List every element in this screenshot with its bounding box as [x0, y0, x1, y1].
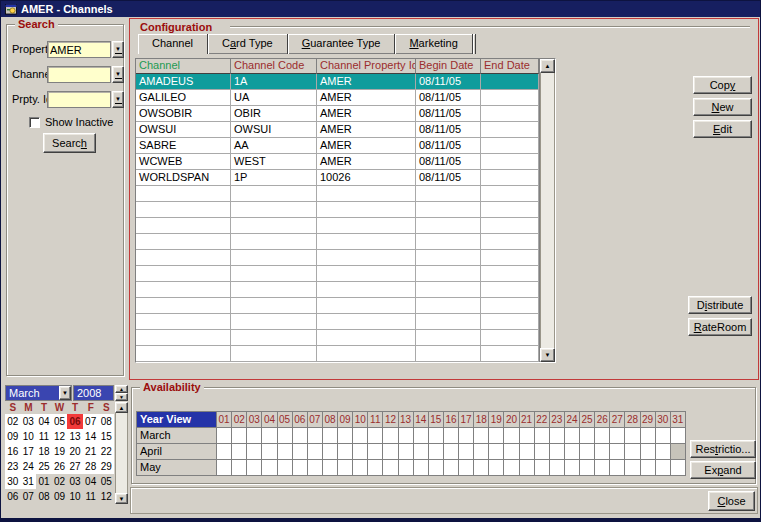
availability-cell[interactable]	[399, 444, 414, 460]
calendar-day[interactable]: 06	[5, 489, 21, 504]
availability-cell[interactable]	[459, 428, 474, 444]
availability-cell[interactable]	[308, 444, 323, 460]
tab-marketing[interactable]: Marketing	[395, 34, 472, 54]
calendar-day[interactable]: 05	[52, 414, 68, 429]
table-row[interactable]: WCWEBWESTAMER08/11/05	[136, 154, 539, 170]
scrollbar-track[interactable]	[115, 413, 128, 493]
availability-cell[interactable]	[247, 444, 262, 460]
availability-cell[interactable]	[610, 444, 625, 460]
availability-cell[interactable]	[550, 460, 565, 476]
availability-cell[interactable]	[565, 460, 580, 476]
tab-guarantee-type[interactable]: Guarantee Type	[288, 34, 396, 54]
availability-cell[interactable]	[625, 428, 640, 444]
table-row[interactable]: GALILEOUAAMER08/11/05	[136, 90, 539, 106]
calendar-day[interactable]: 09	[52, 489, 68, 504]
tab-channel[interactable]: Channel	[138, 34, 208, 54]
availability-cell[interactable]	[353, 444, 368, 460]
availability-cell[interactable]	[414, 444, 429, 460]
table-row[interactable]: OWSOBIROBIRAMER08/11/05	[136, 106, 539, 122]
calendar-day[interactable]: 21	[83, 444, 99, 459]
calendar-day[interactable]: 14	[83, 429, 99, 444]
availability-cell[interactable]	[489, 444, 504, 460]
availability-cell[interactable]	[610, 460, 625, 476]
availability-cell[interactable]	[656, 428, 671, 444]
availability-cell[interactable]	[247, 428, 262, 444]
restrictions-button[interactable]: Restrictio...	[690, 440, 756, 458]
property-id-input[interactable]	[47, 91, 111, 108]
availability-cell[interactable]	[489, 460, 504, 476]
calendar-day[interactable]: 31	[21, 474, 37, 489]
availability-cell[interactable]	[641, 428, 656, 444]
calendar-day[interactable]: 10	[67, 489, 83, 504]
table-row[interactable]: SABREAAAMER08/11/05	[136, 138, 539, 154]
availability-cell[interactable]	[262, 428, 277, 444]
calendar-day[interactable]: 22	[98, 444, 114, 459]
availability-cell[interactable]	[323, 460, 338, 476]
availability-cell[interactable]	[399, 460, 414, 476]
availability-cell[interactable]	[504, 444, 519, 460]
scrollbar-track[interactable]	[540, 73, 555, 348]
calendar-month-select[interactable]: March ▼	[5, 385, 72, 401]
availability-cell[interactable]	[429, 444, 444, 460]
availability-cell[interactable]	[429, 428, 444, 444]
column-header-end-date[interactable]: End Date	[481, 59, 539, 74]
calendar-day[interactable]: 09	[5, 429, 21, 444]
availability-cell[interactable]	[625, 460, 640, 476]
channel-lov-button[interactable]: ▼	[112, 66, 124, 83]
availability-cell[interactable]	[338, 428, 353, 444]
calendar-day[interactable]: 24	[21, 459, 37, 474]
availability-cell[interactable]	[293, 428, 308, 444]
calendar-day[interactable]: 10	[21, 429, 37, 444]
availability-cell[interactable]	[474, 460, 489, 476]
new-button[interactable]: New	[693, 98, 752, 116]
availability-cell[interactable]	[383, 428, 398, 444]
copy-button[interactable]: Copy	[693, 76, 752, 94]
availability-cell[interactable]	[550, 444, 565, 460]
calendar-day[interactable]: 07	[21, 489, 37, 504]
availability-cell[interactable]	[368, 460, 383, 476]
spinner-down-button[interactable]: ▼	[115, 393, 128, 401]
availability-cell[interactable]	[217, 444, 232, 460]
calendar-day[interactable]: 16	[5, 444, 21, 459]
table-row[interactable]: WORLDSPAN1P1002608/11/05	[136, 170, 539, 186]
spinner-up-button[interactable]: ▲	[115, 385, 128, 393]
distribute-button[interactable]: Distribute	[688, 296, 752, 314]
availability-cell[interactable]	[535, 428, 550, 444]
property-id-lov-button[interactable]: ▼	[112, 91, 124, 108]
availability-cell[interactable]	[580, 460, 595, 476]
calendar-day[interactable]: 04	[83, 474, 99, 489]
scroll-up-button[interactable]: ▲	[115, 402, 128, 413]
scroll-up-button[interactable]: ▲	[540, 59, 555, 73]
availability-cell[interactable]	[504, 428, 519, 444]
table-row[interactable]: OWSUIOWSUIAMER08/11/05	[136, 122, 539, 138]
availability-cell[interactable]	[308, 460, 323, 476]
availability-cell[interactable]	[323, 428, 338, 444]
column-header-channel-code[interactable]: Channel Code	[231, 59, 317, 74]
column-header-channel[interactable]: Channel	[136, 59, 231, 74]
availability-cell[interactable]	[444, 460, 459, 476]
availability-cell[interactable]	[565, 444, 580, 460]
calendar-day[interactable]: 12	[52, 429, 68, 444]
availability-cell[interactable]	[520, 444, 535, 460]
availability-cell[interactable]	[293, 444, 308, 460]
availability-cell[interactable]	[232, 444, 247, 460]
expand-button[interactable]: Expand	[690, 461, 756, 479]
availability-cell[interactable]	[565, 428, 580, 444]
calendar-day[interactable]: 15	[98, 429, 114, 444]
calendar-day[interactable]: 23	[5, 459, 21, 474]
property-lov-button[interactable]: ▼	[112, 41, 124, 58]
calendar-day[interactable]: 13	[67, 429, 83, 444]
table-row[interactable]: AMADEUS1AAMER08/11/05	[136, 74, 539, 90]
availability-cell[interactable]	[278, 428, 293, 444]
availability-cell[interactable]	[353, 428, 368, 444]
calendar-day[interactable]: 28	[83, 459, 99, 474]
calendar-day[interactable]: 18	[36, 444, 52, 459]
calendar-day[interactable]: 03	[67, 474, 83, 489]
calendar-day[interactable]: 07	[83, 414, 99, 429]
property-input[interactable]	[47, 41, 111, 58]
availability-cell[interactable]	[217, 428, 232, 444]
availability-cell[interactable]	[656, 460, 671, 476]
availability-cell[interactable]	[338, 444, 353, 460]
availability-cell[interactable]	[474, 428, 489, 444]
availability-cell[interactable]	[671, 428, 686, 444]
